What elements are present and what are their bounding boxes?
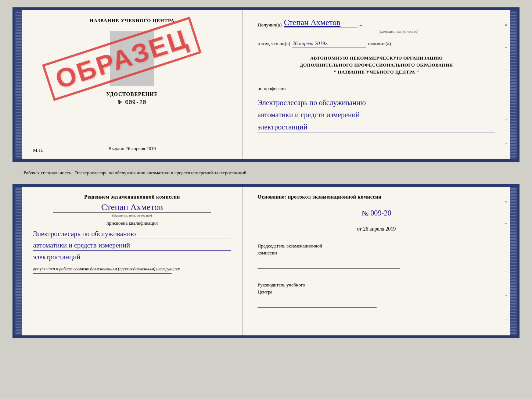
bottom-right: Основание: протокол экзаменационной коми… — [243, 187, 510, 335]
doc-left: НАЗВАНИЕ УЧЕБНОГО ЦЕНТРА УДОСТОВЕРЕНИЕ №… — [22, 10, 243, 159]
profession-line2: автоматики и средств измерений — [258, 110, 495, 120]
chairman-label: Председатель экзаменационной комиссии — [258, 242, 495, 257]
allows-prefix: допускается к — [33, 267, 58, 271]
edge-dash-b3: – — [506, 317, 507, 321]
document-top: НАЗВАНИЕ УЧЕБНОГО ЦЕНТРА УДОСТОВЕРЕНИЕ №… — [12, 7, 520, 162]
edge-char-2: а — [504, 47, 508, 48]
qual-line2: автоматики и средств измерений — [33, 241, 231, 251]
sign-line-chairman — [258, 268, 400, 269]
doc-right: Получил(а) Степан Ахметов – (фамилия, им… — [243, 10, 510, 159]
edge-dash-3: – — [506, 141, 507, 145]
allows-row: допускается к работе согласно должностны… — [33, 267, 231, 271]
edge-char-1: и — [504, 24, 508, 26]
cert-issued: Выдано 26 апреля 2019 — [108, 146, 156, 152]
cert-title: УДОСТОВЕРЕНИЕ — [106, 92, 158, 97]
in-that-label: в том, что он(а) — [258, 41, 290, 47]
chairman-line1: Председатель экзаменационной — [258, 242, 495, 250]
profession-line3: электростанций — [258, 122, 495, 132]
document-bottom: Решением экзаменационной комиссии Степан… — [12, 184, 520, 338]
protocol-date-row: от 26 апреля 2019 — [258, 226, 495, 232]
name-sublabel-bottom: (фамилия, имя, отчество) — [33, 213, 231, 217]
issued-date: 26 апреля 2019 — [125, 146, 156, 151]
name-underline — [53, 212, 211, 213]
photo-placeholder — [110, 31, 154, 86]
doc-spine-right-top — [510, 10, 517, 159]
person-name: Степан Ахметов — [33, 202, 231, 212]
page-wrapper: НАЗВАНИЕ УЧЕБНОГО ЦЕНТРА УДОСТОВЕРЕНИЕ №… — [0, 0, 532, 346]
recipient-name-wrapper: Степан Ахметов — [284, 18, 357, 28]
org-line3: " НАЗВАНИЕ УЧЕБНОГО ЦЕНТРА " — [258, 69, 495, 76]
doc-spine-bottom-left — [15, 187, 22, 335]
dash1: – — [360, 22, 362, 28]
director-line2: Центра — [258, 288, 495, 296]
protocol-number: № 009-20 — [258, 209, 495, 217]
sign-line-director — [258, 307, 376, 308]
protocol-date: 26 апреля 2019 — [363, 226, 396, 232]
person-name-wrapper: Степан Ахметов (фамилия, имя, отчество) — [33, 202, 231, 217]
protocol-date-prefix: от — [357, 226, 362, 232]
commission-title: Решением экзаменационной комиссии — [33, 194, 231, 200]
sign-line-bottom-left — [33, 273, 172, 274]
profession-label: по профессии — [258, 86, 495, 92]
name-sublabel-top: (фамилия, имя, отчество) — [302, 29, 495, 33]
received-row: Получил(а) Степан Ахметов – — [258, 18, 495, 28]
cert-number: № 009-20 — [118, 99, 146, 106]
completion-date: 26 апреля 2019г. — [292, 41, 328, 46]
allows-text: работе согласно должностным (производств… — [59, 267, 180, 271]
finished-label: окончил(а) — [368, 41, 391, 47]
osnov-label: Основание: протокол экзаменационной коми… — [258, 194, 495, 200]
middle-text: Рабочая специальность - Электрослесарь п… — [12, 166, 520, 179]
qual-line3: электростанций — [33, 252, 231, 263]
left-header: НАЗВАНИЕ УЧЕБНОГО ЦЕНТРА — [90, 18, 175, 24]
edge-dash-b1: – — [506, 269, 507, 272]
edge-dash-2: – — [506, 117, 507, 121]
org-line2: ДОПОЛНИТЕЛЬНОГО ПРОФЕССИОНАЛЬНОГО ОБРАЗО… — [258, 62, 495, 69]
org-block: АВТОНОМНУЮ НЕКОММЕРЧЕСКУЮ ОРГАНИЗАЦИЮ ДО… — [258, 55, 495, 75]
edge-char-3: ← — [504, 69, 508, 72]
received-label: Получил(а) — [258, 22, 282, 28]
org-line1: АВТОНОМНУЮ НЕКОММЕРЧЕСКУЮ ОРГАНИЗАЦИЮ — [258, 55, 495, 62]
edge-dash-b2: – — [506, 293, 507, 297]
profession-block: Электрослесарь по обслуживанию автоматик… — [258, 96, 495, 134]
chairman-line2: комиссии — [258, 249, 495, 257]
issued-label: Выдано — [108, 146, 124, 151]
bottom-left: Решением экзаменационной комиссии Степан… — [22, 187, 243, 335]
profession-line1: Электрослесарь по обслуживанию — [258, 97, 495, 108]
completion-date-wrapper: 26 апреля 2019г. — [292, 41, 366, 47]
qual-block: Электрослесарь по обслуживанию автоматик… — [33, 229, 231, 263]
edge-dash-1: – — [506, 93, 507, 96]
doc-spine-left — [15, 10, 22, 159]
mp-label: М.П. — [33, 147, 43, 153]
doc-spine-bottom-right — [510, 187, 517, 335]
edge-char-b2: а — [504, 223, 508, 224]
edge-char-b3: ← — [504, 245, 508, 248]
recipient-name: Степан Ахметов — [284, 18, 341, 27]
right-edge-marks-bottom: и а ← – – – — [503, 187, 510, 335]
completion-row: в том, что он(а) 26 апреля 2019г. окончи… — [258, 41, 495, 47]
edge-char-b1: и — [504, 201, 508, 203]
qual-line1: Электрослесарь по обслуживанию — [33, 229, 231, 239]
director-line1: Руководитель учебного — [258, 281, 495, 289]
assigned-label: присвоена квалификация — [33, 220, 231, 226]
director-label: Руководитель учебного Центра — [258, 281, 495, 296]
right-edge-marks: и а ← – – – — [503, 10, 510, 159]
